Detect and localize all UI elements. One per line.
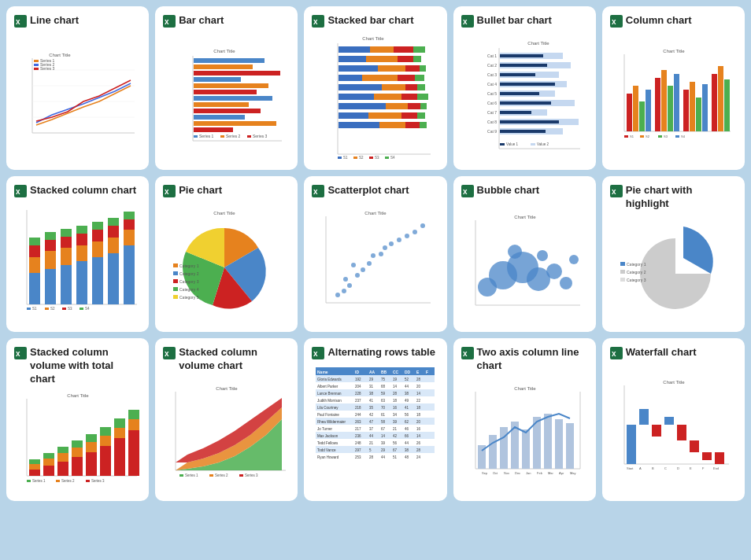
card-stacked-column-volume-total[interactable]: x Stacked column volume with total chart… xyxy=(6,338,149,501)
svg-rect-436 xyxy=(677,425,686,440)
card-bar-chart[interactable]: x Bar chart Chart Title xyxy=(155,6,298,170)
svg-text:19: 19 xyxy=(393,378,398,381)
svg-rect-134 xyxy=(668,86,673,131)
card-title-stacked-column-volume: x Stacked column volume chart xyxy=(163,346,290,373)
chart-pie-chart-highlight: Category 1 Category 2 Category 3 xyxy=(610,216,737,324)
svg-text:S2: S2 xyxy=(50,307,55,311)
svg-text:Cat 4: Cat 4 xyxy=(487,82,497,87)
svg-text:263: 263 xyxy=(355,420,361,424)
card-stacked-bar-chart[interactable]: x Stacked bar chart Chart Title xyxy=(304,6,446,170)
chart-stacked-column-volume: Chart Title Series 1 Series 2 Series 3 xyxy=(163,378,290,493)
svg-rect-13 xyxy=(34,68,39,70)
svg-text:20: 20 xyxy=(416,420,421,424)
svg-rect-85 xyxy=(385,157,389,159)
svg-rect-280 xyxy=(86,480,90,482)
svg-point-209 xyxy=(335,293,340,297)
svg-text:Series 1: Series 1 xyxy=(199,134,214,138)
card-pie-chart[interactable]: x Pie chart Chart Title Category 1 xyxy=(155,176,298,332)
card-waterfall-chart[interactable]: x Waterfall chart Chart Title xyxy=(602,338,745,501)
card-title-scatterplot-chart: x Scatterplot chart xyxy=(312,184,438,197)
svg-rect-131 xyxy=(646,90,651,131)
svg-rect-183 xyxy=(27,308,31,310)
svg-rect-434 xyxy=(652,425,661,437)
svg-text:x: x xyxy=(313,17,318,26)
svg-rect-187 xyxy=(62,308,66,310)
card-line-chart[interactable]: x Line chart Chart Title xyxy=(6,6,149,170)
chart-column-chart: Chart Title xyxy=(610,32,737,162)
svg-text:70: 70 xyxy=(381,406,386,410)
svg-text:Chart Title: Chart Title xyxy=(49,53,71,57)
svg-rect-141 xyxy=(718,66,723,131)
svg-text:29: 29 xyxy=(369,378,374,381)
svg-rect-161 xyxy=(45,240,56,251)
svg-rect-9 xyxy=(34,60,39,62)
svg-text:Nov: Nov xyxy=(504,471,509,475)
svg-rect-165 xyxy=(61,237,72,248)
svg-text:May: May xyxy=(570,471,576,475)
svg-text:204: 204 xyxy=(355,385,361,389)
svg-text:20: 20 xyxy=(416,385,421,389)
svg-rect-136 xyxy=(683,90,689,131)
svg-text:41: 41 xyxy=(405,406,409,410)
card-pie-chart-highlight[interactable]: x Pie chart with highlight Category 1 Ca… xyxy=(602,176,745,332)
svg-text:x: x xyxy=(612,17,616,26)
svg-text:Dec: Dec xyxy=(515,471,520,475)
svg-rect-62 xyxy=(417,84,425,90)
svg-text:Lila Courtney: Lila Courtney xyxy=(317,406,339,410)
svg-text:Mar: Mar xyxy=(548,471,554,475)
svg-text:Series 3: Series 3 xyxy=(245,473,258,477)
svg-text:D: D xyxy=(677,466,679,470)
svg-text:Category 3: Category 3 xyxy=(179,279,199,284)
svg-text:28: 28 xyxy=(369,455,374,459)
svg-rect-294 xyxy=(239,474,243,477)
svg-rect-198 xyxy=(173,279,178,283)
svg-text:S3: S3 xyxy=(68,307,72,311)
svg-text:x: x xyxy=(165,349,169,358)
svg-rect-254 xyxy=(29,459,40,464)
svg-text:DD: DD xyxy=(405,370,411,374)
svg-text:236: 236 xyxy=(355,434,361,438)
svg-text:31: 31 xyxy=(369,385,374,389)
svg-text:x: x xyxy=(313,349,318,358)
svg-rect-175 xyxy=(108,253,119,304)
card-title-two-axis-column-line: x Two axis column line chart xyxy=(461,346,588,373)
svg-rect-266 xyxy=(86,434,97,442)
svg-rect-117 xyxy=(500,130,546,133)
svg-text:35: 35 xyxy=(369,406,374,410)
svg-text:Name: Name xyxy=(317,370,328,374)
svg-rect-50 xyxy=(413,56,421,62)
svg-rect-76 xyxy=(379,122,405,128)
card-stacked-column-volume[interactable]: x Stacked column volume chart Chart Titl… xyxy=(155,338,298,501)
svg-text:16: 16 xyxy=(393,406,398,410)
card-two-axis-column-line[interactable]: x Two axis column line chart Chart Title xyxy=(453,338,596,501)
svg-text:Jan: Jan xyxy=(526,471,531,475)
svg-text:x: x xyxy=(463,187,468,196)
svg-text:x: x xyxy=(612,349,616,358)
card-bubble-chart[interactable]: x Bubble chart Chart Title xyxy=(453,176,596,332)
svg-text:AA: AA xyxy=(369,370,376,374)
svg-rect-60 xyxy=(382,84,405,90)
svg-text:39: 39 xyxy=(381,441,386,445)
svg-rect-252 xyxy=(29,470,40,476)
svg-point-238 xyxy=(569,255,579,264)
svg-text:16: 16 xyxy=(416,427,421,431)
svg-rect-137 xyxy=(690,82,695,131)
svg-rect-179 xyxy=(124,245,135,304)
svg-text:14: 14 xyxy=(393,385,398,389)
svg-text:CC: CC xyxy=(393,370,399,374)
card-title-line-chart: x Line chart xyxy=(14,14,141,28)
svg-rect-23 xyxy=(194,77,241,82)
card-bullet-bar-chart[interactable]: x Bullet bar chart Chart Title Cat 1 Cat… xyxy=(453,6,596,170)
svg-rect-54 xyxy=(420,65,426,72)
card-stacked-column-chart[interactable]: x Stacked column chart xyxy=(6,176,149,332)
svg-rect-145 xyxy=(640,135,644,138)
svg-text:Oct: Oct xyxy=(493,471,498,475)
svg-rect-274 xyxy=(128,419,139,430)
svg-rect-29 xyxy=(194,115,245,120)
card-column-chart[interactable]: x Column chart Chart Title xyxy=(602,6,745,170)
card-alternating-rows-table[interactable]: x Alternating rows table Name ID AA BB C… xyxy=(304,338,446,501)
svg-text:BB: BB xyxy=(381,370,387,374)
card-scatterplot-chart[interactable]: x Scatterplot chart Chart Title xyxy=(304,176,446,332)
svg-rect-114 xyxy=(500,120,559,123)
svg-rect-173 xyxy=(92,230,103,241)
